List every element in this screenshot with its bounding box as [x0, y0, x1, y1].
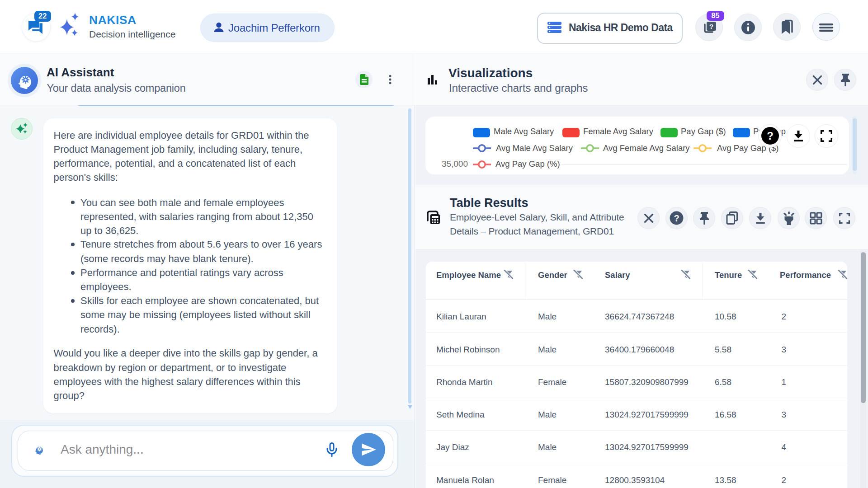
svg-text:?: ?: [674, 213, 679, 223]
svg-text:?: ?: [709, 22, 713, 30]
